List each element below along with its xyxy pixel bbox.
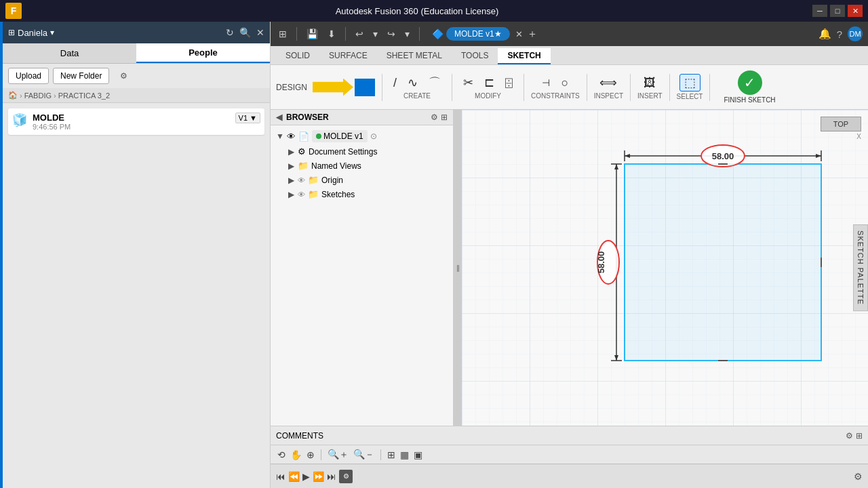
tree-sketches[interactable]: ▶ 👁 📁 Sketches (273, 187, 450, 201)
view-cube[interactable]: TOP X (821, 117, 861, 157)
tab-data[interactable]: Data (3, 43, 136, 63)
new-folder-button[interactable]: New Folder (53, 68, 109, 84)
tab-people[interactable]: People (136, 43, 270, 63)
offset-tool[interactable]: ⊏ (480, 75, 498, 91)
insert-image[interactable]: 🖼 (639, 75, 660, 91)
finish-sketch-group: ✓ FINISH SKETCH (717, 68, 782, 106)
browser-settings-btn[interactable]: ⚙ (431, 113, 438, 122)
titlebar: F Autodesk Fusion 360 (Education License… (0, 0, 868, 22)
restore-button[interactable]: □ (830, 5, 845, 17)
header-actions: ↻ 🔍 ✕ (226, 27, 264, 38)
ribbon-tab-surface[interactable]: SURFACE (319, 48, 377, 64)
spline-icon: ∿ (408, 77, 418, 89)
arc-icon: ⌒ (429, 77, 441, 89)
tree-root-dot-icon[interactable]: ⊙ (370, 131, 377, 141)
measure-tool[interactable]: ⟺ (595, 75, 621, 91)
breadcrumb-practica[interactable]: PRACTICA 3_2 (58, 92, 110, 100)
export-button[interactable]: ⬇ (325, 27, 338, 41)
view-axis-x: X (821, 133, 861, 140)
orbit-button[interactable]: ⟲ (276, 448, 287, 462)
pan-button[interactable]: ✋ (289, 448, 303, 462)
breadcrumb-home[interactable]: 🏠 (8, 91, 18, 100)
next-button[interactable]: ⏩ (313, 471, 324, 482)
tree-doc-settings[interactable]: ▶ ⚙ Document Settings (273, 144, 450, 159)
view-top-label[interactable]: TOP (821, 117, 861, 131)
zoom-out-button[interactable]: 🔍－ (352, 447, 376, 462)
ribbon-tab-sketch[interactable]: SKETCH (498, 48, 550, 64)
select-tool[interactable]: ⬚ (679, 74, 701, 92)
timeline-settings-icon[interactable]: ⚙ (854, 471, 863, 482)
look-at-button[interactable]: ⊕ (305, 448, 316, 462)
horizontal-constraint[interactable]: ⊣ (538, 76, 554, 89)
tree-root-item[interactable]: ▼ 👁 📄 MOLDE v1 ⊙ (273, 128, 450, 144)
skip-back-button[interactable]: ⏮ (276, 471, 285, 482)
account-icon[interactable]: DM (848, 26, 863, 41)
h-constraint-icon: ⊣ (542, 78, 550, 87)
tree-root-file-icon: 📄 (298, 131, 309, 142)
user-dropdown-icon: ▾ (50, 28, 54, 37)
undo-dropdown[interactable]: ▾ (370, 27, 380, 41)
arc-tool[interactable]: ⌒ (425, 75, 445, 91)
help-icon[interactable]: ? (837, 28, 842, 40)
save-button[interactable]: 💾 (304, 27, 321, 41)
tab-close-button[interactable]: ✕ (515, 29, 523, 39)
redo-dropdown[interactable]: ▾ (402, 27, 412, 41)
ribbon-tab-sheet-metal[interactable]: SHEET METAL (377, 48, 452, 64)
search-icon[interactable]: 🔍 (239, 27, 251, 38)
mirror-tool[interactable]: ⌹ (501, 75, 517, 91)
tree-sketches-expand[interactable]: ▶ (287, 190, 295, 199)
tree-doc-expand[interactable]: ▶ (287, 147, 295, 157)
tree-root-eye[interactable]: 👁 (287, 131, 296, 142)
left-tab-bar: Data People (3, 43, 270, 64)
circle-tool[interactable]: ○ (557, 75, 572, 91)
close-button[interactable]: ✕ (848, 5, 863, 17)
comments-settings-btn[interactable]: ⚙ (846, 431, 853, 441)
comments-expand-btn[interactable]: ⊞ (856, 431, 863, 441)
breadcrumb-fabdig[interactable]: FABDIG (24, 92, 52, 100)
tree-named-expand[interactable]: ▶ (287, 161, 295, 171)
notifications-icon[interactable]: 🔔 (818, 28, 831, 40)
display-settings-button[interactable]: ▣ (412, 448, 424, 462)
ribbon-tab-solid[interactable]: SOLID (276, 48, 319, 64)
trim-tool[interactable]: ✂ (459, 75, 477, 91)
browser-collapse-icon[interactable]: ◀ (276, 113, 282, 122)
line-tool[interactable]: / (389, 75, 401, 91)
finish-sketch-button[interactable]: ✓ FINISH SKETCH (717, 68, 782, 106)
skip-fwd-button[interactable]: ⏭ (327, 471, 336, 482)
undo-button[interactable]: ↩ (353, 27, 366, 41)
close-panel-icon[interactable]: ✕ (256, 27, 264, 38)
refresh-icon[interactable]: ↻ (226, 27, 234, 38)
user-menu[interactable]: ⊞ Daniela ▾ (8, 28, 54, 38)
ribbon-tab-tools[interactable]: TOOLS (452, 48, 498, 64)
new-tab-button[interactable]: ＋ (527, 27, 538, 41)
viewport[interactable]: 58.00 58.00 TOP (462, 110, 868, 426)
timeline-marker[interactable]: ⚙ (339, 470, 353, 483)
spline-tool[interactable]: ∿ (403, 75, 422, 91)
grid-button[interactable]: ⊞ (386, 448, 397, 462)
comments-actions: ⚙ ⊞ (846, 431, 863, 441)
tree-origin[interactable]: ▶ 👁 📁 Origin (273, 173, 450, 187)
tree-named-folder-icon: 📁 (298, 161, 309, 171)
grid-apps-button[interactable]: ⊞ (276, 27, 290, 41)
tree-root-expand[interactable]: ▼ (276, 131, 284, 141)
bottom-sep-1 (321, 449, 321, 460)
play-button[interactable]: ▶ (302, 471, 310, 482)
upload-button[interactable]: Upload (8, 68, 49, 84)
tree-sketches-label: Sketches (321, 190, 448, 199)
minimize-button[interactable]: ─ (812, 5, 827, 17)
tree-sketches-eye[interactable]: 👁 (298, 190, 305, 199)
sketch-palette-tab[interactable]: SKETCH PALETTE (853, 224, 868, 311)
browser-expand-btn[interactable]: ⊞ (441, 113, 448, 122)
prev-button[interactable]: ⏪ (288, 471, 300, 482)
settings-button[interactable]: ⚙ (113, 68, 134, 83)
table-view-button[interactable]: ▦ (399, 448, 410, 462)
ribbon-sep-4 (587, 74, 587, 101)
line-icon: / (393, 77, 397, 89)
tree-origin-eye[interactable]: 👁 (298, 176, 305, 184)
file-version[interactable]: V1 ▼ (235, 113, 260, 123)
zoom-in-button[interactable]: 🔍＋ (326, 447, 350, 462)
redo-button[interactable]: ↪ (384, 27, 398, 41)
browser-resize-handle[interactable]: ‖ (454, 110, 462, 426)
tree-origin-expand[interactable]: ▶ (287, 176, 295, 185)
tree-named-views[interactable]: ▶ 📁 Named Views (273, 159, 450, 173)
